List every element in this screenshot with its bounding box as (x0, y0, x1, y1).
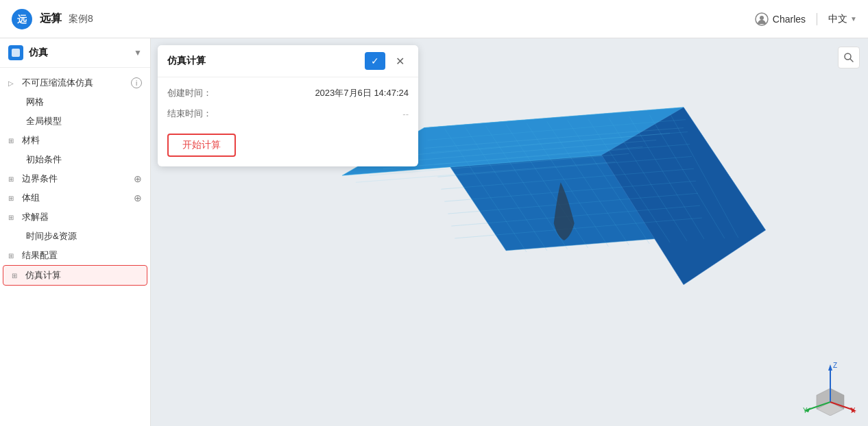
svg-text:Z: Z (833, 362, 837, 369)
sim-calc-panel: 仿真计算 ✓ ✕ 创建时间： 2023年7月6日 14:47:24 结束时间： … (158, 45, 418, 166)
add-boundary-icon[interactable]: ⊕ (134, 173, 142, 184)
svg-text:Y: Y (803, 407, 808, 414)
sidebar-item-initial-condition[interactable]: 初始条件 (0, 150, 150, 169)
sim-panel-body: 创建时间： 2023年7月6日 14:47:24 结束时间： -- 开始计算 (158, 77, 418, 166)
user-section: Charles (755, 12, 806, 26)
sidebar-item-label: 求解器 (22, 211, 49, 223)
sidebar-item-timestep[interactable]: 时间步&资源 (0, 227, 150, 246)
sidebar-item-label: 网格 (26, 96, 44, 108)
end-label: 结束时间： (167, 108, 222, 120)
sim-panel-actions: ✓ ✕ (365, 52, 409, 70)
chevron-down-icon: ▼ (850, 15, 857, 23)
created-label: 创建时间： (167, 87, 222, 99)
expand-icon: ⊞ (8, 195, 18, 202)
created-time-row: 创建时间： 2023年7月6日 14:47:24 (167, 87, 409, 99)
language-selector[interactable]: 中文 ▼ (828, 13, 857, 25)
sidebar-item-label: 不可压缩流体仿真 (22, 77, 93, 89)
sidebar-title: 仿真 (29, 47, 48, 59)
expand-icon: ⊞ (12, 272, 21, 279)
app-title: 远算 (40, 12, 62, 26)
expand-icon: ⊞ (8, 252, 18, 260)
viewport: 仿真计算 ✓ ✕ 创建时间： 2023年7月6日 14:47:24 结束时间： … (151, 38, 868, 426)
svg-point-3 (760, 16, 764, 20)
sidebar-item-label: 全局模型 (26, 115, 62, 127)
svg-text:X: X (851, 407, 856, 414)
sidebar-item-solver[interactable]: ⊞ 求解器 (0, 208, 150, 227)
sidebar-item-sim-calc[interactable]: ⊞ 仿真计算 (3, 265, 147, 286)
sidebar-item-label: 时间步&资源 (26, 230, 77, 242)
app-logo: 远 (11, 8, 33, 30)
sidebar-item-label: 体组 (22, 192, 40, 204)
sidebar-item-global-model[interactable]: 全局模型 (0, 112, 150, 131)
sidebar-item-label: 初始条件 (26, 153, 62, 166)
sidebar: 仿真 ▼ ▷ 不可压缩流体仿真 i 网格 全局模型 ⊞ (0, 38, 151, 426)
sidebar-item-label: 边界条件 (22, 173, 58, 185)
expand-icon: ⊞ (8, 137, 18, 145)
simulation-icon (8, 45, 23, 60)
close-button[interactable]: ✕ (391, 52, 409, 70)
sidebar-item-label: 材料 (22, 134, 40, 147)
sidebar-item-boundary-condition[interactable]: ⊞ 边界条件 ⊕ (0, 169, 150, 188)
username: Charles (773, 14, 806, 25)
confirm-button[interactable]: ✓ (365, 52, 385, 70)
coordinate-axes: Z Y X (803, 361, 858, 416)
expand-icon: ⊞ (8, 214, 18, 221)
header-left: 远 远算 案例8 (11, 8, 93, 30)
tree-section: ▷ 不可压缩流体仿真 i 网格 全局模型 ⊞ 材料 初始条 (0, 68, 150, 291)
case-label: 案例8 (69, 13, 93, 25)
sim-panel-header: 仿真计算 ✓ ✕ (158, 45, 418, 77)
sidebar-item-label: 结果配置 (22, 249, 58, 262)
expand-icon: ⊞ (8, 175, 18, 183)
sidebar-item-material[interactable]: ⊞ 材料 (0, 131, 150, 150)
sidebar-item-label: 仿真计算 (25, 269, 61, 281)
end-time-row: 结束时间： -- (167, 108, 409, 120)
user-icon (755, 12, 769, 26)
start-calc-button[interactable]: 开始计算 (167, 134, 236, 157)
main-layout: 仿真 ▼ ▷ 不可压缩流体仿真 i 网格 全局模型 ⊞ (0, 38, 868, 426)
sidebar-item-mesh[interactable]: 网格 (0, 92, 150, 112)
sidebar-item-body-group[interactable]: ⊞ 体组 ⊕ (0, 188, 150, 208)
add-body-group-icon[interactable]: ⊕ (134, 192, 142, 203)
sidebar-header: 仿真 ▼ (0, 38, 150, 68)
svg-marker-41 (828, 364, 832, 371)
sidebar-collapse-icon[interactable]: ▼ (134, 48, 142, 58)
sidebar-section-label: 仿真 (8, 45, 48, 60)
sidebar-item-incompressible[interactable]: ▷ 不可压缩流体仿真 i (0, 73, 150, 92)
expand-icon: ▷ (8, 79, 18, 87)
created-value: 2023年7月6日 14:47:24 (222, 87, 409, 99)
header-right: Charles 中文 ▼ (755, 12, 857, 26)
header: 远 远算 案例8 Charles 中文 ▼ (0, 0, 868, 38)
svg-rect-4 (12, 49, 20, 57)
info-icon[interactable]: i (131, 77, 142, 88)
end-value: -- (222, 109, 409, 119)
svg-text:远: 远 (17, 14, 27, 25)
language-label: 中文 (828, 13, 847, 25)
sim-panel-title: 仿真计算 (167, 55, 206, 67)
header-divider (817, 13, 817, 25)
sidebar-item-result-config[interactable]: ⊞ 结果配置 (0, 246, 150, 265)
